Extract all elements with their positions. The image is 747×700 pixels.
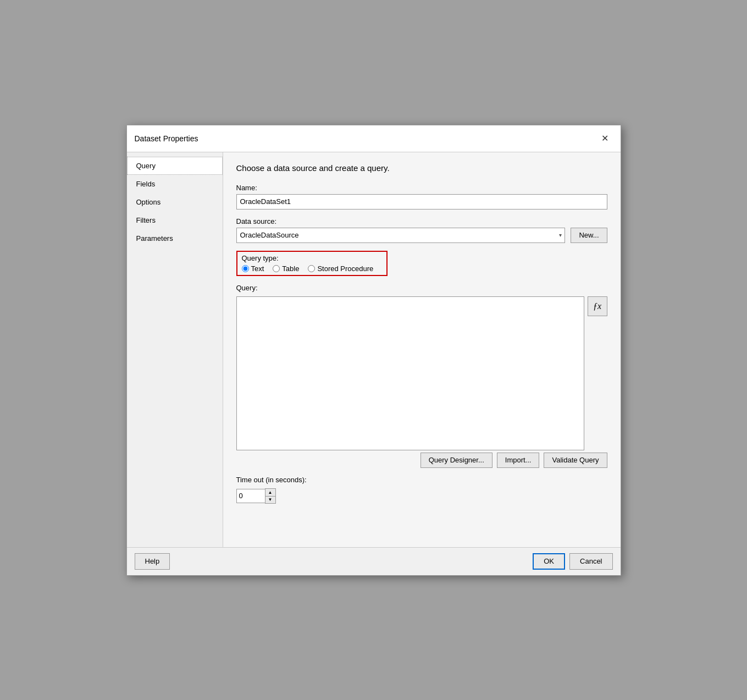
query-area-row: ƒx <box>236 296 607 450</box>
timeout-increment-button[interactable]: ▲ <box>265 489 275 496</box>
dataset-properties-dialog: Dataset Properties ✕ Query Fields Option… <box>126 125 621 576</box>
sidebar-item-filters[interactable]: Filters <box>127 211 223 229</box>
dialog-title: Dataset Properties <box>135 134 198 143</box>
query-type-section: Query type: Text Table Stored Procedu <box>236 251 607 276</box>
import-button[interactable]: Import... <box>497 453 540 468</box>
section-title: Choose a data source and create a query. <box>236 163 607 173</box>
datasource-section: Data source: OracleDataSource ▾ New... <box>236 217 607 243</box>
datasource-select-wrapper: OracleDataSource ▾ <box>236 228 566 243</box>
footer-left: Help <box>135 553 170 570</box>
footer-right: OK Cancel <box>533 553 612 570</box>
radio-storedprocedure-option[interactable]: Stored Procedure <box>308 264 373 273</box>
sidebar-item-fields[interactable]: Fields <box>127 175 223 193</box>
timeout-input-row: ▲ ▼ <box>236 488 607 504</box>
radio-table-input[interactable] <box>273 265 280 272</box>
query-designer-button[interactable]: Query Designer... <box>420 453 493 468</box>
timeout-input[interactable] <box>236 489 265 503</box>
query-type-box: Query type: Text Table Stored Procedu <box>236 251 388 276</box>
sidebar-item-options[interactable]: Options <box>127 193 223 211</box>
name-label: Name: <box>236 184 607 192</box>
dialog-footer: Help OK Cancel <box>127 547 621 575</box>
query-section: Query: ƒx Query Designer... Import... Va… <box>236 284 607 468</box>
validate-query-button[interactable]: Validate Query <box>544 453 607 468</box>
name-section: Name: <box>236 184 607 210</box>
cancel-button[interactable]: Cancel <box>569 553 612 570</box>
sidebar: Query Fields Options Filters Parameters <box>127 152 223 547</box>
datasource-label: Data source: <box>236 217 607 225</box>
timeout-spinner: ▲ ▼ <box>265 488 276 504</box>
query-type-label: Query type: <box>242 254 383 262</box>
radio-text-label: Text <box>251 264 264 273</box>
fx-button[interactable]: ƒx <box>588 296 607 316</box>
radio-group: Text Table Stored Procedure <box>242 264 383 273</box>
datasource-row: OracleDataSource ▾ New... <box>236 228 607 243</box>
radio-table-option[interactable]: Table <box>273 264 299 273</box>
timeout-decrement-button[interactable]: ▼ <box>265 496 275 503</box>
datasource-select[interactable]: OracleDataSource <box>236 228 566 243</box>
sidebar-item-parameters[interactable]: Parameters <box>127 229 223 247</box>
query-textarea[interactable] <box>236 296 584 450</box>
radio-table-label: Table <box>282 264 299 273</box>
title-bar: Dataset Properties ✕ <box>127 125 621 152</box>
timeout-section: Time out (in seconds): ▲ ▼ <box>236 476 607 504</box>
radio-storedprocedure-input[interactable] <box>308 265 315 272</box>
main-content: Choose a data source and create a query.… <box>223 152 621 547</box>
sidebar-item-query[interactable]: Query <box>127 157 223 175</box>
radio-text-option[interactable]: Text <box>242 264 264 273</box>
dialog-body: Query Fields Options Filters Parameters … <box>127 152 621 547</box>
timeout-label: Time out (in seconds): <box>236 476 607 484</box>
close-button[interactable]: ✕ <box>597 131 613 146</box>
ok-button[interactable]: OK <box>533 553 565 570</box>
help-button[interactable]: Help <box>135 553 170 570</box>
query-label: Query: <box>236 284 607 292</box>
radio-storedprocedure-label: Stored Procedure <box>317 264 373 273</box>
new-button[interactable]: New... <box>571 228 607 243</box>
name-input[interactable] <box>236 194 607 210</box>
radio-text-input[interactable] <box>242 265 249 272</box>
action-buttons: Query Designer... Import... Validate Que… <box>236 453 607 468</box>
